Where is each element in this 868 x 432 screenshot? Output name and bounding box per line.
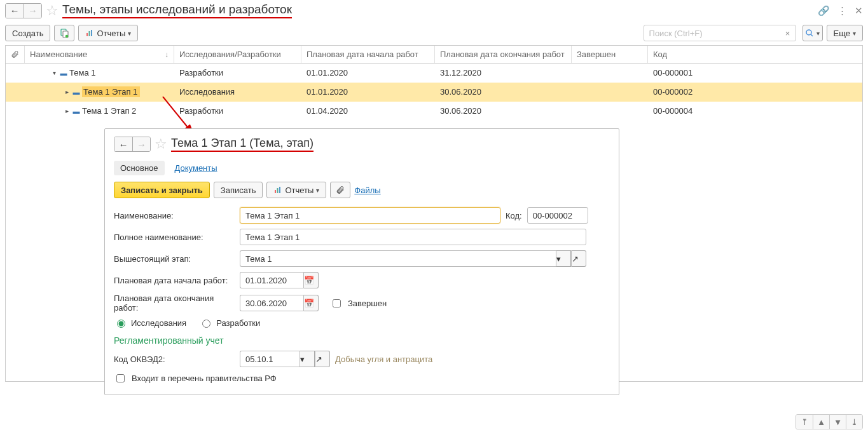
card-tabs: Основное Документы [114, 161, 610, 175]
full-name-field[interactable] [240, 229, 586, 245]
reports-icon [85, 29, 94, 37]
kebab-icon[interactable]: ⋮ [837, 5, 847, 17]
row-date-end: 31.12.2020 [435, 68, 572, 78]
table-row[interactable]: ▾▬Тема 1Разработки01.01.202031.12.202000… [6, 64, 862, 83]
tab-documents[interactable]: Документы [175, 161, 217, 175]
page-title: Темы, этапы исследований и разработок [62, 3, 292, 18]
card-nav-forward-button[interactable]: → [132, 137, 150, 151]
date-start-calendar-button[interactable]: 📅 [303, 272, 319, 288]
code-field[interactable] [527, 207, 588, 224]
row-date-end: 30.06.2020 [435, 106, 572, 116]
parent-open-button[interactable]: ↗ [571, 250, 586, 267]
reports-button[interactable]: Отчеты [78, 25, 138, 41]
attachments-button[interactable] [330, 182, 350, 198]
card-favorite-star-icon[interactable]: ☆ [155, 137, 167, 151]
tab-main[interactable]: Основное [114, 161, 165, 175]
card-toolbar: Записать и закрыть Записать Отчеты Файлы [114, 182, 610, 198]
table-row[interactable]: ▸▬Тема 1 Этап 1Исследования01.01.202030.… [6, 83, 862, 102]
date-end-calendar-button[interactable]: 📅 [303, 295, 319, 311]
card-title: Тема 1 Этап 1 (Тема, этап) [171, 137, 313, 152]
col-code[interactable]: Код [648, 46, 862, 63]
name-field[interactable] [240, 207, 500, 224]
okved-dropdown-button[interactable]: ▾ [300, 351, 315, 367]
favorite-star-icon[interactable]: ☆ [46, 4, 59, 18]
nav-forward-button[interactable]: → [24, 4, 41, 18]
search-input[interactable] [644, 25, 796, 41]
col-done[interactable]: Завершен [572, 46, 648, 63]
type-radio-group: Исследования Разработки [114, 318, 610, 328]
main-toolbar: Создать Отчеты × Еще [0, 21, 868, 45]
parent-dropdown-button[interactable]: ▾ [556, 250, 571, 267]
nav-back-button[interactable]: ← [6, 4, 24, 18]
date-start-field[interactable] [240, 272, 303, 288]
card-nav-buttons: ← → [114, 137, 151, 152]
done-checkbox[interactable] [333, 299, 341, 307]
detail-card: ← → ☆ Тема 1 Этап 1 (Тема, этап) Основно… [104, 128, 619, 382]
row-code: 00-000004 [648, 106, 862, 116]
svg-rect-4 [89, 31, 90, 36]
date-start-label: Плановая дата начала работ: [114, 276, 235, 285]
col-type[interactable]: Исследования/Разработки [174, 46, 301, 63]
sort-arrow-icon: ↓ [165, 50, 169, 59]
calendar-icon: 📅 [304, 276, 314, 285]
files-link[interactable]: Файлы [354, 186, 380, 195]
more-button[interactable]: Еще [827, 25, 863, 41]
table-row[interactable]: ▸▬Тема 1 Этап 2Разработки01.04.202030.06… [6, 102, 862, 121]
svg-point-6 [806, 30, 811, 35]
open-icon: ↗ [315, 354, 322, 364]
card-nav-back-button[interactable]: ← [114, 137, 132, 151]
svg-point-2 [65, 35, 69, 38]
tree-caret-icon[interactable]: ▸ [63, 107, 71, 114]
okved-group: ▾ ↗ [240, 351, 330, 367]
full-name-label: Полное наименование: [114, 233, 235, 242]
parent-label: Вышестоящий этап: [114, 254, 235, 264]
svg-rect-5 [91, 30, 92, 36]
col-attachment[interactable] [6, 46, 25, 63]
search-icon [805, 29, 814, 37]
date-end-group: 📅 [240, 295, 319, 311]
chevron-down-icon: ▾ [556, 254, 561, 264]
open-icon: ↗ [572, 254, 579, 264]
col-name[interactable]: Наименование↓ [25, 46, 174, 63]
card-reports-button[interactable]: Отчеты [266, 182, 326, 198]
search-button[interactable] [803, 25, 823, 41]
close-icon[interactable]: ✕ [855, 5, 863, 17]
radio-dev[interactable] [202, 320, 210, 328]
done-checkbox-label[interactable]: Завершен [330, 297, 387, 309]
col-date-end[interactable]: Плановая дата окончания работ [435, 46, 572, 63]
radio-research-label[interactable]: Исследования [114, 318, 186, 328]
copy-button[interactable] [54, 25, 74, 41]
name-label: Наименование: [114, 211, 235, 220]
date-end-label: Плановая дата окончания работ: [114, 294, 235, 313]
row-type: Разработки [174, 68, 301, 78]
parent-field-group: ▾ ↗ [240, 250, 586, 267]
gov-list-checkbox-label[interactable]: Входит в перечень правительства РФ [114, 372, 610, 382]
gov-list-checkbox[interactable] [116, 374, 125, 382]
okved-label: Код ОКВЭД2: [114, 354, 235, 364]
tree-caret-icon[interactable]: ▸ [63, 88, 71, 95]
regulated-accounting-section: Регламентированный учет [114, 335, 610, 346]
save-button[interactable]: Записать [214, 182, 263, 198]
reports-icon [273, 186, 282, 194]
date-start-group: 📅 [240, 272, 319, 288]
create-button[interactable]: Создать [5, 25, 50, 41]
okved-open-button[interactable]: ↗ [315, 351, 330, 367]
row-date-end: 30.06.2020 [435, 87, 572, 97]
okved-field[interactable] [240, 351, 300, 367]
radio-dev-label[interactable]: Разработки [199, 318, 260, 328]
row-type: Разработки [174, 106, 301, 116]
row-name: Тема 1 [69, 68, 95, 78]
save-close-button[interactable]: Записать и закрыть [114, 182, 210, 198]
svg-rect-10 [277, 188, 279, 193]
svg-line-7 [811, 34, 813, 36]
col-date-start[interactable]: Плановая дата начала работ [301, 46, 435, 63]
parent-field[interactable] [240, 250, 556, 267]
svg-rect-11 [279, 187, 280, 193]
row-date-start: 01.01.2020 [301, 87, 435, 97]
link-icon[interactable]: 🔗 [818, 5, 830, 17]
search-clear-icon[interactable]: × [782, 29, 794, 38]
radio-research[interactable] [117, 320, 125, 328]
svg-rect-3 [86, 33, 88, 36]
date-end-field[interactable] [240, 295, 303, 311]
tree-caret-icon[interactable]: ▾ [50, 69, 58, 76]
